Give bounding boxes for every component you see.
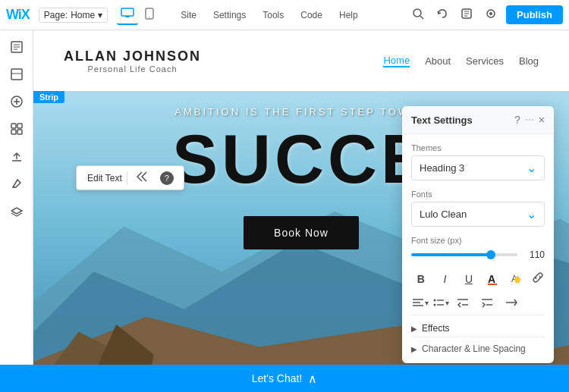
page-label: Page: <box>44 10 68 20</box>
highlight-button[interactable]: A <box>507 269 527 289</box>
text-align-dropdown[interactable]: ▾ <box>411 296 429 309</box>
code-menu[interactable]: Code <box>293 7 330 24</box>
themes-value: Heading 3 <box>420 162 464 174</box>
panel-header-icons: ? ⋯ × <box>514 114 545 126</box>
nav-blog[interactable]: Blog <box>519 55 539 67</box>
page-name: Home <box>71 10 95 20</box>
desktop-view-button[interactable] <box>117 5 138 25</box>
strip-label: Strip <box>33 91 64 103</box>
help-menu[interactable]: Help <box>332 7 366 24</box>
font-size-slider-row: 110 <box>411 249 545 260</box>
tools-menu[interactable]: Tools <box>255 7 291 24</box>
chevron-down-icon: ▾ <box>98 10 102 20</box>
sidebar-apps-icon[interactable] <box>5 117 29 141</box>
svg-point-12 <box>489 12 492 15</box>
italic-button[interactable]: I <box>435 269 455 289</box>
increase-indent-button[interactable] <box>476 293 498 312</box>
back-button[interactable] <box>130 169 153 187</box>
brand-name: ALLAN JOHNSON <box>64 49 201 64</box>
decrease-indent-button[interactable] <box>452 293 473 312</box>
svg-rect-22 <box>11 124 16 128</box>
text-direction-button[interactable] <box>501 293 522 312</box>
edit-text-button[interactable]: Edit Text <box>83 171 127 185</box>
svg-rect-25 <box>17 130 22 134</box>
slider-fill <box>411 253 491 256</box>
fonts-value: Lulo Clean <box>420 209 467 220</box>
top-nav: Site Settings Tools Code Help <box>173 7 365 24</box>
list-style-dropdown[interactable]: ▾ <box>432 296 449 309</box>
undo-icon[interactable] <box>433 5 451 26</box>
sidebar-layers-icon[interactable] <box>5 199 29 223</box>
sidebar-edit-icon[interactable] <box>5 171 29 196</box>
left-sidebar <box>0 30 33 392</box>
font-size-label: Font size (px) <box>411 236 545 245</box>
font-size-value: 110 <box>523 249 545 260</box>
svg-rect-0 <box>121 8 134 16</box>
site-menu[interactable]: Site <box>173 7 204 24</box>
sidebar-add-icon[interactable] <box>5 89 29 114</box>
panel-title: Text Settings <box>411 114 473 126</box>
svg-rect-24 <box>11 130 16 134</box>
themes-select[interactable]: Heading 3 ⌄ <box>411 155 545 180</box>
list-chevron-icon: ▾ <box>445 299 449 307</box>
brand-subtitle: Personal Life Coach <box>64 64 201 74</box>
panel-help-icon[interactable]: ? <box>514 114 520 126</box>
chat-bar[interactable]: Let's Chat! ∧ <box>0 365 569 392</box>
themes-label: Themes <box>411 143 545 152</box>
effects-section[interactable]: ▶ Effects <box>411 315 545 334</box>
font-size-section: Font size (px) 110 <box>411 236 545 260</box>
svg-point-41 <box>434 299 436 302</box>
text-settings-panel: Text Settings ? ⋯ × Themes Heading 3 ⌄ <box>402 106 554 363</box>
char-expand-icon: ▶ <box>411 345 417 353</box>
panel-header: Text Settings ? ⋯ × <box>402 106 554 134</box>
sidebar-upload-icon[interactable] <box>5 144 29 168</box>
mobile-view-button[interactable] <box>141 5 158 25</box>
svg-point-5 <box>413 9 421 17</box>
site-navigation: Home About Services Blog <box>383 55 539 67</box>
svg-rect-17 <box>11 69 22 80</box>
edit-toolbar: Edit Text ? <box>76 165 184 190</box>
wix-logo[interactable]: WiX <box>6 7 30 23</box>
canvas-wrapper: ALLAN JOHNSON Personal Life Coach Home A… <box>0 30 569 392</box>
book-now-button[interactable]: Book Now <box>244 216 359 249</box>
publish-button[interactable]: Publish <box>506 5 563 24</box>
search-icon[interactable] <box>409 5 427 26</box>
preview-icon[interactable] <box>482 5 500 26</box>
fonts-label: Fonts <box>411 190 545 199</box>
panel-close-button[interactable]: × <box>539 114 545 126</box>
link-button[interactable] <box>531 271 545 287</box>
nav-services[interactable]: Services <box>466 55 504 67</box>
text-color-button[interactable]: A <box>483 269 503 289</box>
themes-chevron-icon: ⌄ <box>527 161 536 175</box>
align-row: ▾ ▾ <box>411 293 545 312</box>
char-label: Character & Line Spacing <box>422 343 526 354</box>
svg-point-43 <box>434 304 436 306</box>
svg-point-4 <box>149 17 150 18</box>
svg-rect-23 <box>17 124 22 128</box>
slider-thumb[interactable] <box>486 250 495 259</box>
panel-dots-icon[interactable]: ⋯ <box>525 114 534 125</box>
format-buttons-row: B I U A A <box>411 269 545 289</box>
settings-menu[interactable]: Settings <box>206 7 253 24</box>
align-chevron-icon: ▾ <box>425 299 429 307</box>
bold-button[interactable]: B <box>411 269 431 289</box>
svg-line-6 <box>420 16 423 19</box>
nav-home[interactable]: Home <box>383 55 410 67</box>
brand-section: ALLAN JOHNSON Personal Life Coach <box>64 49 201 74</box>
sidebar-sections-icon[interactable] <box>5 62 29 86</box>
character-spacing-section[interactable]: ▶ Character & Line Spacing <box>411 337 545 354</box>
sidebar-pages-icon[interactable] <box>5 35 29 59</box>
underline-button[interactable]: U <box>459 269 479 289</box>
nav-about[interactable]: About <box>425 55 451 67</box>
chat-label: Let's Chat! <box>252 372 303 384</box>
device-switcher <box>117 5 158 25</box>
themes-section: Themes Heading 3 ⌄ <box>411 143 545 180</box>
font-size-slider[interactable] <box>411 253 517 256</box>
history-icon[interactable] <box>457 5 476 26</box>
page-selector[interactable]: Page: Home ▾ <box>39 8 108 23</box>
panel-body: Themes Heading 3 ⌄ Fonts Lulo Clean ⌄ <box>402 134 554 363</box>
chat-chevron-icon: ∧ <box>308 372 317 386</box>
svg-rect-36 <box>488 284 497 285</box>
help-button[interactable]: ? <box>156 170 178 187</box>
fonts-select[interactable]: Lulo Clean ⌄ <box>411 202 545 227</box>
